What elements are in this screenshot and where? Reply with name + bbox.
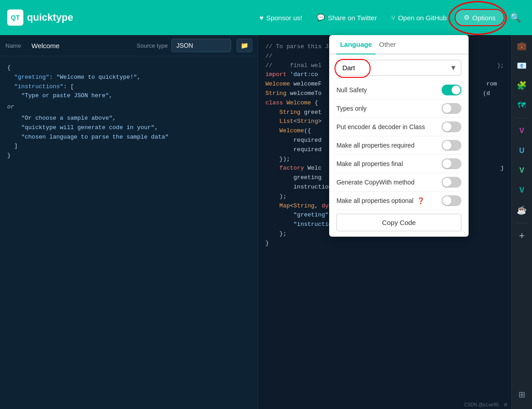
option-row-null-safety: Null Safety bbox=[336, 81, 461, 99]
code-line: { bbox=[7, 63, 250, 73]
left-toolbar: Name Source type JSON JSON Schema TypeSc… bbox=[0, 35, 258, 56]
v-icon-2[interactable]: V bbox=[514, 163, 529, 178]
source-label: Source type bbox=[137, 42, 168, 49]
name-label: Name bbox=[5, 42, 28, 49]
sidebar-divider bbox=[515, 118, 528, 118]
settings-icon[interactable]: ⚙ bbox=[504, 402, 508, 407]
language-select[interactable]: Dart TypeScript Python Swift Kotlin C# G… bbox=[336, 60, 461, 76]
option-row-put-encoder: Put encoder & decoder in Class bbox=[336, 118, 461, 136]
option-row-make-required: Make all properties required bbox=[336, 136, 461, 155]
code-line: } bbox=[265, 239, 504, 248]
make-required-label: Make all properties required bbox=[336, 142, 415, 149]
option-row-make-final: Make all properties final bbox=[336, 155, 461, 173]
code-line: "instructions": [ bbox=[7, 82, 250, 92]
header-nav: ♥ Sponsor us! 💬 Share on Twitter ⑂ Open … bbox=[253, 9, 505, 26]
search-button[interactable]: 🔍 bbox=[506, 9, 525, 27]
put-encoder-toggle[interactable] bbox=[442, 121, 461, 132]
twitter-button[interactable]: 💬 Share on Twitter bbox=[310, 10, 383, 25]
options-panel: Language Other Dart TypeScript Python Sw… bbox=[329, 35, 469, 237]
toggle-knob bbox=[443, 122, 452, 131]
heart-icon: ♥ bbox=[259, 14, 264, 22]
briefcase-icon[interactable]: 💼 bbox=[514, 39, 529, 53]
options-tabs: Language Other bbox=[329, 35, 469, 54]
tab-language[interactable]: Language bbox=[336, 35, 376, 54]
u-icon[interactable]: U bbox=[514, 144, 529, 158]
logo-text: quicktype bbox=[27, 12, 73, 23]
twitter-label: Share on Twitter bbox=[328, 14, 377, 22]
v-icon-3[interactable]: V bbox=[514, 183, 529, 198]
github-icon: ⑂ bbox=[391, 14, 395, 22]
option-row-types-only: Types only bbox=[336, 99, 461, 118]
outlook-icon[interactable]: 📧 bbox=[514, 58, 529, 73]
null-safety-toggle[interactable] bbox=[442, 85, 461, 95]
code-line: "quicktype will generate code in your", bbox=[7, 123, 250, 133]
types-only-label: Types only bbox=[336, 105, 367, 112]
options-icon: ⚙ bbox=[464, 13, 469, 22]
help-icon: ❓ bbox=[417, 197, 425, 204]
search-icon: 🔍 bbox=[510, 13, 521, 22]
right-panel: // To parse this JSON data, do // // fin… bbox=[258, 35, 511, 409]
toggle-knob bbox=[452, 85, 460, 94]
make-final-label: Make all properties final bbox=[336, 160, 403, 167]
logo-icon: QT bbox=[7, 9, 23, 26]
name-input[interactable] bbox=[31, 42, 126, 49]
tab-other[interactable]: Other bbox=[376, 35, 400, 54]
add-icon[interactable]: + bbox=[514, 229, 529, 243]
code-line: ] bbox=[7, 142, 250, 151]
toggle-knob bbox=[443, 141, 452, 150]
sidebar-divider bbox=[515, 223, 528, 223]
make-required-toggle[interactable] bbox=[442, 140, 461, 151]
main-layout: Name Source type JSON JSON Schema TypeSc… bbox=[0, 35, 532, 409]
make-optional-label: Make all properties optional ❓ bbox=[336, 197, 425, 204]
github-button[interactable]: ⑂ Open on GitHub bbox=[385, 10, 453, 25]
copy-code-button[interactable]: Copy Code bbox=[336, 214, 461, 231]
code-line: "Type or paste JSON here", bbox=[7, 91, 250, 101]
header: QT quicktype ♥ Sponsor us! 💬 Share on Tw… bbox=[0, 0, 532, 35]
logo-area: QT quicktype bbox=[7, 9, 73, 26]
github-label: Open on GitHub bbox=[398, 14, 447, 22]
v-icon-1[interactable]: V bbox=[514, 124, 529, 138]
source-type-select[interactable]: JSON JSON Schema TypeScript GraphQL bbox=[171, 39, 231, 52]
folder-button[interactable]: 📁 bbox=[237, 39, 252, 52]
folder-icon: 📁 bbox=[241, 42, 248, 49]
sponsor-button[interactable]: ♥ Sponsor us! bbox=[253, 10, 308, 25]
copywith-toggle[interactable] bbox=[442, 177, 461, 188]
option-row-make-optional: Make all properties optional ❓ bbox=[336, 192, 461, 210]
or-text: or bbox=[7, 103, 250, 112]
options-body: Dart TypeScript Python Swift Kotlin C# G… bbox=[329, 54, 469, 237]
copywith-label: Generate CopyWith method bbox=[336, 179, 415, 186]
source-select-wrap: JSON JSON Schema TypeScript GraphQL bbox=[171, 39, 231, 52]
language-select-wrap: Dart TypeScript Python Swift Kotlin C# G… bbox=[336, 60, 461, 76]
option-row-copywith: Generate CopyWith method bbox=[336, 173, 461, 192]
code-line: "Or choose a sample above", bbox=[7, 114, 250, 123]
twitter-icon: 💬 bbox=[317, 13, 325, 22]
scan-icon[interactable]: ⊞ bbox=[514, 387, 529, 402]
make-optional-toggle[interactable] bbox=[442, 195, 461, 206]
sponsor-label: Sponsor us! bbox=[266, 14, 302, 22]
puzzle-icon[interactable]: 🧩 bbox=[514, 78, 529, 93]
toggle-knob bbox=[443, 196, 452, 205]
toggle-knob bbox=[443, 159, 452, 168]
types-only-toggle[interactable] bbox=[442, 103, 461, 114]
code-line: } bbox=[7, 151, 250, 161]
bottom-bar-text: CSDN @jcLee95 bbox=[465, 402, 499, 407]
options-button[interactable]: ⚙ Options bbox=[455, 9, 505, 26]
code-line: "chosen language to parse the sample dat… bbox=[7, 133, 250, 142]
far-right-sidebar: 💼 📧 🧩 🗺 V U V V ☕ + ⊞ bbox=[511, 35, 532, 409]
left-panel: Name Source type JSON JSON Schema TypeSc… bbox=[0, 35, 258, 409]
options-label: Options bbox=[472, 14, 496, 22]
coffee-icon[interactable]: ☕ bbox=[514, 203, 529, 217]
toggle-knob bbox=[443, 104, 452, 113]
null-safety-label: Null Safety bbox=[336, 86, 367, 94]
code-line: "greeting": "Welcome to quicktype!", bbox=[7, 73, 250, 82]
make-final-toggle[interactable] bbox=[442, 158, 461, 169]
put-encoder-label: Put encoder & decoder in Class bbox=[336, 123, 425, 130]
map-icon[interactable]: 🗺 bbox=[514, 98, 529, 112]
toggle-knob bbox=[443, 178, 452, 187]
json-code-editor[interactable]: { "greeting": "Welcome to quicktype!", "… bbox=[0, 56, 258, 409]
bottom-bar: CSDN @jcLee95 ⚙ bbox=[258, 400, 511, 409]
